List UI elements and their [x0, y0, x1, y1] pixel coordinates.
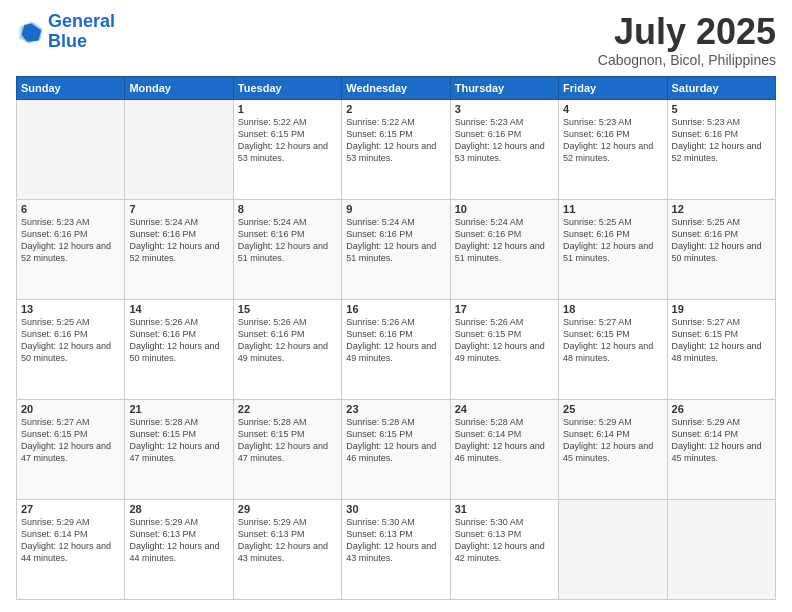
cell-daylight: Daylight: 12 hours and 46 minutes. [455, 440, 554, 464]
cell-sunset: Sunset: 6:15 PM [346, 428, 445, 440]
cell-daylight: Daylight: 12 hours and 44 minutes. [129, 540, 228, 564]
day-number: 6 [21, 203, 120, 215]
cell-daylight: Daylight: 12 hours and 44 minutes. [21, 540, 120, 564]
cell-daylight: Daylight: 12 hours and 52 minutes. [672, 140, 771, 164]
table-row: 25Sunrise: 5:29 AMSunset: 6:14 PMDayligh… [559, 399, 667, 499]
cell-daylight: Daylight: 12 hours and 49 minutes. [346, 340, 445, 364]
cell-sunrise: Sunrise: 5:22 AM [238, 116, 337, 128]
cell-sunset: Sunset: 6:13 PM [238, 528, 337, 540]
cell-sunrise: Sunrise: 5:26 AM [238, 316, 337, 328]
cell-daylight: Daylight: 12 hours and 47 minutes. [238, 440, 337, 464]
cell-sunrise: Sunrise: 5:27 AM [563, 316, 662, 328]
cell-daylight: Daylight: 12 hours and 45 minutes. [563, 440, 662, 464]
cell-daylight: Daylight: 12 hours and 45 minutes. [672, 440, 771, 464]
cell-sunset: Sunset: 6:14 PM [21, 528, 120, 540]
day-number: 13 [21, 303, 120, 315]
day-number: 17 [455, 303, 554, 315]
day-number: 23 [346, 403, 445, 415]
cell-sunrise: Sunrise: 5:24 AM [238, 216, 337, 228]
logo-text: General Blue [48, 12, 115, 52]
table-row: 1Sunrise: 5:22 AMSunset: 6:15 PMDaylight… [233, 99, 341, 199]
cell-sunset: Sunset: 6:14 PM [455, 428, 554, 440]
table-row: 9Sunrise: 5:24 AMSunset: 6:16 PMDaylight… [342, 199, 450, 299]
cell-sunset: Sunset: 6:16 PM [346, 228, 445, 240]
logo: General Blue [16, 12, 115, 52]
table-row: 3Sunrise: 5:23 AMSunset: 6:16 PMDaylight… [450, 99, 558, 199]
cell-sunset: Sunset: 6:13 PM [346, 528, 445, 540]
table-row: 20Sunrise: 5:27 AMSunset: 6:15 PMDayligh… [17, 399, 125, 499]
day-number: 4 [563, 103, 662, 115]
col-saturday: Saturday [667, 76, 775, 99]
day-number: 22 [238, 403, 337, 415]
cell-daylight: Daylight: 12 hours and 48 minutes. [672, 340, 771, 364]
table-row: 24Sunrise: 5:28 AMSunset: 6:14 PMDayligh… [450, 399, 558, 499]
cell-sunrise: Sunrise: 5:26 AM [129, 316, 228, 328]
table-row: 30Sunrise: 5:30 AMSunset: 6:13 PMDayligh… [342, 499, 450, 599]
cell-sunset: Sunset: 6:15 PM [346, 128, 445, 140]
cell-sunset: Sunset: 6:16 PM [455, 128, 554, 140]
cell-sunrise: Sunrise: 5:29 AM [21, 516, 120, 528]
logo-line2: Blue [48, 31, 87, 51]
cell-daylight: Daylight: 12 hours and 42 minutes. [455, 540, 554, 564]
day-number: 8 [238, 203, 337, 215]
cell-daylight: Daylight: 12 hours and 50 minutes. [672, 240, 771, 264]
cell-daylight: Daylight: 12 hours and 43 minutes. [346, 540, 445, 564]
cell-sunrise: Sunrise: 5:29 AM [672, 416, 771, 428]
cell-daylight: Daylight: 12 hours and 51 minutes. [455, 240, 554, 264]
cell-sunset: Sunset: 6:16 PM [129, 328, 228, 340]
cell-daylight: Daylight: 12 hours and 51 minutes. [563, 240, 662, 264]
cell-daylight: Daylight: 12 hours and 53 minutes. [238, 140, 337, 164]
col-thursday: Thursday [450, 76, 558, 99]
cell-daylight: Daylight: 12 hours and 47 minutes. [129, 440, 228, 464]
cell-sunrise: Sunrise: 5:30 AM [455, 516, 554, 528]
cell-sunrise: Sunrise: 5:26 AM [346, 316, 445, 328]
cell-sunset: Sunset: 6:14 PM [672, 428, 771, 440]
cell-sunrise: Sunrise: 5:29 AM [129, 516, 228, 528]
day-number: 15 [238, 303, 337, 315]
cell-sunrise: Sunrise: 5:23 AM [563, 116, 662, 128]
cell-sunrise: Sunrise: 5:25 AM [563, 216, 662, 228]
table-row: 27Sunrise: 5:29 AMSunset: 6:14 PMDayligh… [17, 499, 125, 599]
cell-daylight: Daylight: 12 hours and 43 minutes. [238, 540, 337, 564]
day-number: 19 [672, 303, 771, 315]
day-number: 16 [346, 303, 445, 315]
cell-daylight: Daylight: 12 hours and 53 minutes. [346, 140, 445, 164]
cell-daylight: Daylight: 12 hours and 48 minutes. [563, 340, 662, 364]
table-row: 8Sunrise: 5:24 AMSunset: 6:16 PMDaylight… [233, 199, 341, 299]
cell-daylight: Daylight: 12 hours and 49 minutes. [238, 340, 337, 364]
cell-daylight: Daylight: 12 hours and 49 minutes. [455, 340, 554, 364]
page: General Blue July 2025 Cabognon, Bicol, … [0, 0, 792, 612]
cell-sunrise: Sunrise: 5:30 AM [346, 516, 445, 528]
location: Cabognon, Bicol, Philippines [598, 52, 776, 68]
cell-sunset: Sunset: 6:13 PM [455, 528, 554, 540]
table-row: 18Sunrise: 5:27 AMSunset: 6:15 PMDayligh… [559, 299, 667, 399]
cell-sunset: Sunset: 6:14 PM [563, 428, 662, 440]
table-row: 31Sunrise: 5:30 AMSunset: 6:13 PMDayligh… [450, 499, 558, 599]
table-row: 23Sunrise: 5:28 AMSunset: 6:15 PMDayligh… [342, 399, 450, 499]
day-number: 1 [238, 103, 337, 115]
day-number: 29 [238, 503, 337, 515]
cell-daylight: Daylight: 12 hours and 53 minutes. [455, 140, 554, 164]
cell-sunset: Sunset: 6:15 PM [129, 428, 228, 440]
cell-sunrise: Sunrise: 5:27 AM [21, 416, 120, 428]
cell-sunset: Sunset: 6:16 PM [563, 228, 662, 240]
table-row: 7Sunrise: 5:24 AMSunset: 6:16 PMDaylight… [125, 199, 233, 299]
table-row: 10Sunrise: 5:24 AMSunset: 6:16 PMDayligh… [450, 199, 558, 299]
cell-sunrise: Sunrise: 5:27 AM [672, 316, 771, 328]
day-number: 18 [563, 303, 662, 315]
cell-sunset: Sunset: 6:16 PM [563, 128, 662, 140]
day-number: 14 [129, 303, 228, 315]
cell-daylight: Daylight: 12 hours and 52 minutes. [21, 240, 120, 264]
table-row: 4Sunrise: 5:23 AMSunset: 6:16 PMDaylight… [559, 99, 667, 199]
cell-sunset: Sunset: 6:15 PM [238, 128, 337, 140]
cell-sunset: Sunset: 6:16 PM [455, 228, 554, 240]
day-number: 10 [455, 203, 554, 215]
cell-sunset: Sunset: 6:15 PM [21, 428, 120, 440]
cell-sunrise: Sunrise: 5:28 AM [346, 416, 445, 428]
day-number: 5 [672, 103, 771, 115]
cell-daylight: Daylight: 12 hours and 52 minutes. [563, 140, 662, 164]
col-friday: Friday [559, 76, 667, 99]
cell-daylight: Daylight: 12 hours and 52 minutes. [129, 240, 228, 264]
month-title: July 2025 [598, 12, 776, 52]
cell-sunrise: Sunrise: 5:25 AM [672, 216, 771, 228]
